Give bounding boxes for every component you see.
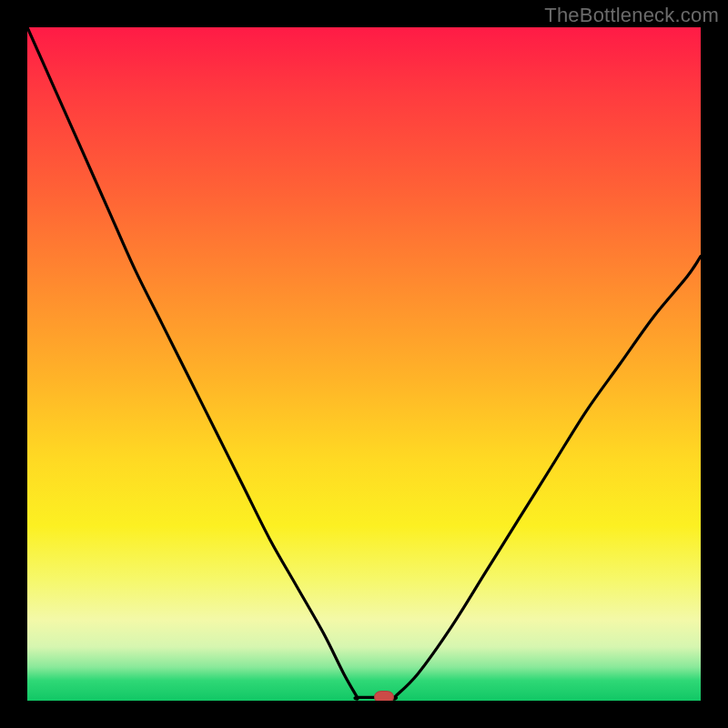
curve-path: [27, 27, 701, 699]
plot-area: [27, 27, 701, 701]
attribution-text: TheBottleneck.com: [544, 4, 719, 27]
chart-frame: TheBottleneck.com: [0, 0, 728, 728]
bottleneck-curve: [27, 27, 701, 701]
optimum-marker: [374, 691, 394, 701]
